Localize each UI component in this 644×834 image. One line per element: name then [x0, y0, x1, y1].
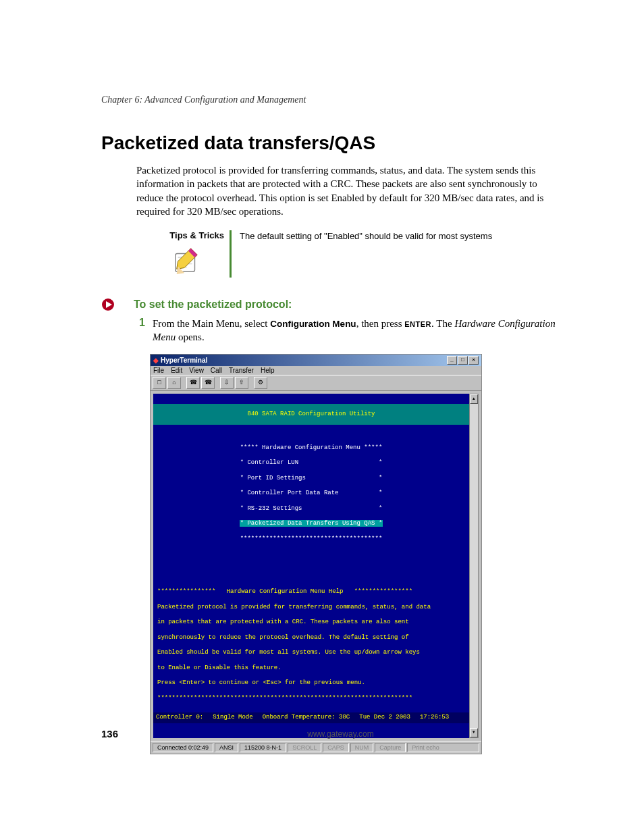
- status-bar: Connected 0:02:49 ANSI 115200 8-N-1 SCRO…: [151, 741, 481, 754]
- toolbar: □ ⌂ ☎ ☎ ⇩ ⇧ ⚙: [151, 375, 481, 391]
- status-printecho: Print echo: [407, 743, 479, 752]
- status-connected: Connected 0:02:49: [153, 743, 213, 752]
- toolbar-call-icon[interactable]: ☎: [186, 377, 200, 389]
- window-titlebar[interactable]: ◆HyperTerminal _ □ ×: [151, 355, 481, 366]
- minimize-icon[interactable]: _: [447, 356, 457, 365]
- toolbar-new-icon[interactable]: □: [153, 377, 166, 389]
- menu-file[interactable]: File: [153, 367, 164, 374]
- utility-title: 840 SATA RAID Configuration Utility: [153, 404, 469, 425]
- window-title: ◆HyperTerminal: [153, 357, 207, 364]
- play-icon: [101, 298, 115, 311]
- selected-menu-item[interactable]: * Packetized Data Transfers Using QAS *: [240, 520, 383, 527]
- toolbar-hangup-icon[interactable]: ☎: [201, 377, 215, 389]
- menu-help[interactable]: Help: [261, 367, 275, 374]
- status-settings: 115200 8-N-1: [240, 743, 286, 752]
- footer-url: www.gateway.com: [307, 729, 373, 739]
- close-icon[interactable]: ×: [468, 356, 479, 365]
- step-text: From the Main Menu, select Configuration…: [153, 317, 563, 344]
- menu-bar[interactable]: File Edit View Call Transfer Help: [151, 366, 481, 375]
- toolbar-open-icon[interactable]: ⌂: [167, 377, 181, 389]
- menu-view[interactable]: View: [189, 367, 204, 374]
- body-paragraph: Packetized protocol is provided for tran…: [136, 163, 563, 218]
- maximize-icon[interactable]: □: [458, 356, 468, 365]
- tips-block: Tips & Tricks The default setting of "En…: [150, 230, 563, 278]
- page-number: 136: [101, 728, 118, 739]
- terminal-screen[interactable]: 840 SATA RAID Configuration Utility ****…: [153, 394, 469, 739]
- tips-divider: [230, 230, 232, 278]
- menu-block: ***** Hardware Configuration Menu ***** …: [157, 436, 465, 543]
- scrollbar[interactable]: ▴ ▾: [469, 394, 479, 739]
- status-num: NUM: [350, 743, 374, 752]
- status-emulation: ANSI: [215, 743, 238, 752]
- menu-transfer[interactable]: Transfer: [229, 367, 254, 374]
- pencil-note-icon: [171, 244, 203, 276]
- menu-edit[interactable]: Edit: [171, 367, 182, 374]
- page-footer: 136 www.gateway.com: [101, 728, 563, 739]
- hyperterminal-window: ◆HyperTerminal _ □ × File Edit View Call…: [150, 354, 482, 755]
- tips-text: The default setting of "Enabled" should …: [240, 230, 563, 278]
- scroll-up-icon[interactable]: ▴: [470, 394, 478, 404]
- step-number: 1: [139, 317, 153, 344]
- subsection-title: To set the packetized protocol:: [134, 298, 292, 311]
- toolbar-receive-icon[interactable]: ⇧: [235, 377, 248, 389]
- step-1: 1 From the Main Menu, select Configurati…: [139, 317, 563, 344]
- toolbar-props-icon[interactable]: ⚙: [254, 377, 267, 389]
- help-block: **************** Hardware Configuration …: [157, 581, 465, 702]
- status-capture: Capture: [375, 743, 406, 752]
- section-title: Packetized data transfers/QAS: [101, 132, 563, 154]
- status-caps: CAPS: [323, 743, 349, 752]
- tips-label: Tips & Tricks: [150, 230, 224, 240]
- chapter-header: Chapter 6: Advanced Configuration and Ma…: [101, 95, 563, 105]
- menu-call[interactable]: Call: [211, 367, 222, 374]
- terminal-status-line: Controller 0: Single Mode Onboard Temper…: [153, 712, 469, 723]
- status-scroll: SCROLL: [288, 743, 321, 752]
- toolbar-send-icon[interactable]: ⇩: [220, 377, 234, 389]
